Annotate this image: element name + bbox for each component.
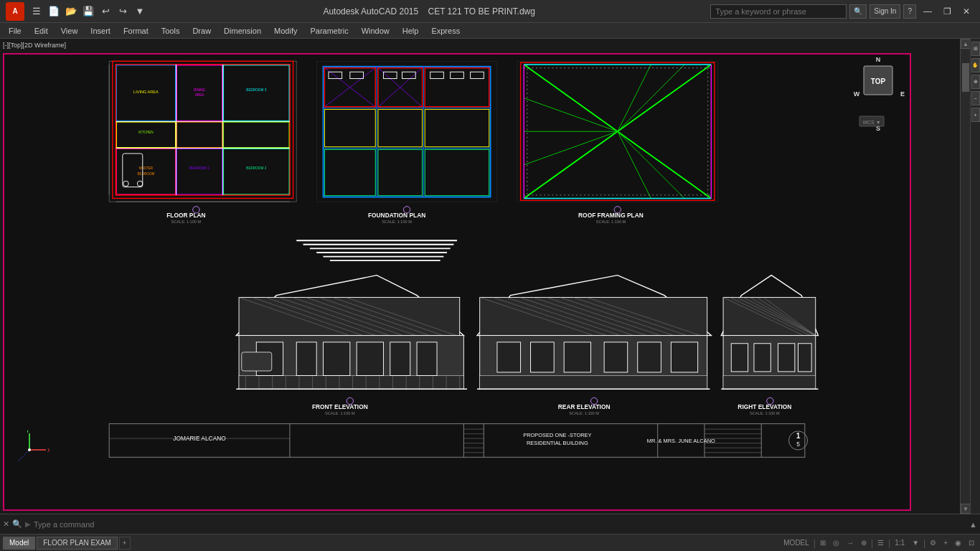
close-btn[interactable]: ✕ <box>958 4 974 19</box>
restore-btn[interactable]: ❐ <box>939 4 956 19</box>
pan-btn[interactable]: ✋ <box>971 58 980 72</box>
svg-text:FLOOR PLAN: FLOOR PLAN <box>166 212 205 219</box>
view-info: [-][Top][2D Wireframe] <box>3 42 66 49</box>
svg-text:FRONT ELEVATION: FRONT ELEVATION <box>312 403 368 410</box>
menu-format[interactable]: Format <box>118 25 154 37</box>
svg-text:N: N <box>876 56 881 63</box>
svg-text:MASTER: MASTER <box>139 166 154 170</box>
scroll-up-btn[interactable]: ▲ <box>961 39 971 49</box>
scale-dropdown[interactable]: ▼ <box>909 537 922 550</box>
svg-rect-130 <box>242 352 272 371</box>
model-tab[interactable]: Model <box>3 537 35 550</box>
status-bar: Model FLOOR PLAN EXAM + MODEL | ⊞ ◎ → ⊕ … <box>0 534 980 551</box>
save-btn[interactable]: 💾 <box>80 4 96 19</box>
snap-btn[interactable]: ◎ <box>830 537 842 550</box>
svg-text:BEDROOM 1: BEDROOM 1 <box>189 166 209 170</box>
svg-text:SCALE: 1:100 M: SCALE: 1:100 M <box>750 411 780 415</box>
menu-parametric[interactable]: Parametric <box>304 25 354 37</box>
cmd-search-btn[interactable]: 🔍 <box>12 519 22 529</box>
svg-text:5: 5 <box>796 441 800 448</box>
model-space-btn[interactable]: MODEL <box>781 537 812 550</box>
svg-text:SCALE: 1:100 M: SCALE: 1:100 M <box>382 220 412 224</box>
menu-dimension[interactable]: Dimension <box>218 25 267 37</box>
menu-window[interactable]: Window <box>356 25 395 37</box>
add-btn[interactable]: + <box>941 537 951 550</box>
svg-text:SCALE: 1:100 M: SCALE: 1:100 M <box>596 220 626 224</box>
autocad-logo: A <box>6 2 24 21</box>
title-bar-right: 🔍 Sign In ? — ❐ ✕ <box>710 4 974 19</box>
help-btn[interactable]: ? <box>903 4 916 19</box>
zoom-btn[interactable]: ⊕ <box>971 75 980 89</box>
ortho-btn[interactable]: → <box>844 537 857 550</box>
minimize-btn[interactable]: — <box>919 4 936 19</box>
properties-btn[interactable]: ⊡ <box>966 537 977 550</box>
svg-text:1: 1 <box>796 432 801 440</box>
cmd-close-btn[interactable]: ✕ <box>3 519 9 529</box>
menu-edit[interactable]: Edit <box>29 25 54 37</box>
add-tab-btn[interactable]: + <box>119 537 131 550</box>
title-text: Autodesk AutoCAD 2015 CET 121 TO BE PRIN… <box>148 6 710 17</box>
svg-text:W: W <box>854 90 860 98</box>
svg-text:BEDROOM 2: BEDROOM 2 <box>246 166 266 170</box>
svg-rect-128 <box>390 342 410 376</box>
menu-draw[interactable]: Draw <box>187 25 217 37</box>
cmd-arrow-btn[interactable]: ▲ <box>969 520 977 529</box>
menu-help[interactable]: Help <box>397 25 425 37</box>
scale-btn[interactable]: 1:1 <box>892 537 908 550</box>
menu-view[interactable]: View <box>55 25 84 37</box>
svg-rect-171 <box>778 344 795 372</box>
isolate-btn[interactable]: ◉ <box>952 537 964 550</box>
settings-btn[interactable]: ⚙ <box>927 537 939 550</box>
svg-text:ROOF FRAMING PLAN: ROOF FRAMING PLAN <box>578 212 644 219</box>
grid-btn[interactable]: ⊞ <box>817 537 829 550</box>
svg-rect-106 <box>239 376 463 390</box>
svg-rect-151 <box>604 342 628 372</box>
undo-btn[interactable]: ↩ <box>98 4 113 19</box>
svg-text:PROPOSED ONE -STOREY: PROPOSED ONE -STOREY <box>523 432 591 438</box>
signin-btn[interactable]: Sign In <box>870 4 900 19</box>
orbit-btn[interactable]: ⊞ <box>971 42 980 56</box>
svg-text:KITCHEN: KITCHEN <box>138 131 153 134</box>
command-bar: ✕ 🔍 ▶ ▲ <box>0 514 980 534</box>
menu-modify[interactable]: Modify <box>268 25 303 37</box>
canvas-area[interactable]: [-][Top][2D Wireframe] <box>0 39 970 514</box>
nav-cube[interactable]: N S E W TOP WCS ▼ <box>854 53 908 139</box>
redo-btn[interactable]: ↪ <box>115 4 131 19</box>
polar-btn[interactable]: ⊕ <box>858 537 870 550</box>
scroll-down-btn[interactable]: ▼ <box>961 504 971 514</box>
svg-text:WCS ▼: WCS ▼ <box>862 120 880 125</box>
menu-express[interactable]: Express <box>425 25 466 37</box>
drawing-paper: LIVING AREA DINING AREA BEDROOM 3 KITCHE… <box>3 53 911 511</box>
svg-text:BEDROOM: BEDROOM <box>137 172 154 176</box>
svg-text:TOP: TOP <box>871 77 886 85</box>
svg-rect-150 <box>564 342 590 372</box>
right-scrollbar[interactable]: ▲ ▼ <box>960 39 970 514</box>
svg-point-209 <box>28 448 31 451</box>
qa-dropdown[interactable]: ▼ <box>132 4 148 19</box>
open-btn[interactable]: 📂 <box>63 4 79 19</box>
svg-text:AREA: AREA <box>195 93 205 97</box>
menu-tools[interactable]: Tools <box>156 25 186 37</box>
menu-file[interactable]: File <box>3 25 27 37</box>
svg-text:JOMARIE ALCANO: JOMARIE ALCANO <box>173 435 226 442</box>
menu-btn[interactable]: ☰ <box>29 4 44 19</box>
file-name: CET 121 TO BE PRINT.dwg <box>428 6 535 17</box>
drawing-svg: LIVING AREA DINING AREA BEDROOM 3 KITCHE… <box>4 55 910 509</box>
scroll-thumb[interactable] <box>962 63 969 92</box>
svg-rect-126 <box>324 342 350 376</box>
zoom-out-btn[interactable]: − <box>971 91 980 105</box>
floor-plan-tab[interactable]: FLOOR PLAN EXAM <box>37 537 117 550</box>
svg-rect-147 <box>480 376 707 390</box>
zoom-in-btn[interactable]: + <box>971 108 980 122</box>
workspace: [-][Top][2D Wireframe] <box>0 39 980 514</box>
svg-rect-168 <box>723 376 816 390</box>
new-btn[interactable]: 📄 <box>46 4 62 19</box>
workspace-btn[interactable]: ☰ <box>875 537 887 550</box>
svg-rect-159 <box>723 297 816 335</box>
search-input[interactable] <box>710 4 847 19</box>
command-input[interactable] <box>34 520 966 529</box>
div3: | <box>888 538 890 548</box>
search-btn[interactable]: 🔍 <box>849 4 867 19</box>
right-tools: ⊞ ✋ ⊕ − + <box>970 39 980 514</box>
menu-insert[interactable]: Insert <box>85 25 116 37</box>
